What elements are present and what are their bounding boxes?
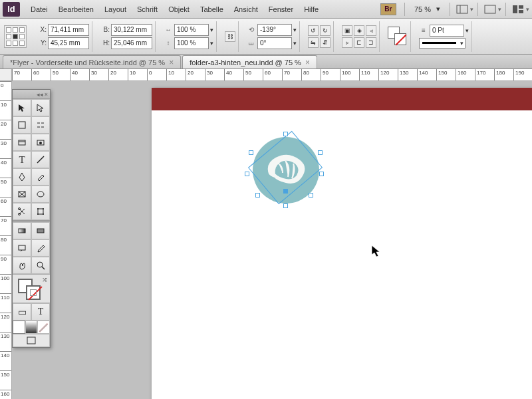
selection-handle[interactable] bbox=[245, 172, 249, 176]
select-container-icon[interactable]: ▣ bbox=[342, 25, 352, 36]
width-input[interactable]: 30,122 mm bbox=[111, 24, 152, 36]
menu-layout[interactable]: Layout bbox=[99, 3, 132, 16]
menu-file[interactable]: Datei bbox=[25, 3, 53, 16]
x-input[interactable]: 71,411 mm bbox=[48, 24, 89, 36]
selection-handle[interactable] bbox=[319, 172, 324, 176]
ruler-origin[interactable] bbox=[0, 69, 12, 81]
rotate-input[interactable]: -139° bbox=[257, 24, 292, 36]
reference-point-grid[interactable] bbox=[4, 25, 27, 48]
chevron-down-icon[interactable]: ▾ bbox=[293, 27, 297, 33]
app-logo: Id bbox=[3, 2, 20, 17]
scissors-tool[interactable] bbox=[13, 203, 31, 220]
menu-type[interactable]: Schrift bbox=[132, 3, 163, 16]
select-last-icon[interactable]: ⊐ bbox=[366, 37, 376, 48]
pencil-tool[interactable] bbox=[31, 168, 50, 186]
selection-handle[interactable] bbox=[318, 150, 323, 155]
menu-view[interactable]: Ansicht bbox=[229, 3, 263, 16]
selected-graphic[interactable] bbox=[253, 137, 319, 203]
close-icon[interactable]: × bbox=[305, 58, 310, 67]
line-tool[interactable] bbox=[31, 151, 50, 168]
close-icon[interactable]: × bbox=[45, 91, 48, 98]
scale-y-input[interactable]: 100 % bbox=[174, 37, 209, 49]
stroke-style-dropdown[interactable]: ▾ bbox=[419, 38, 466, 49]
selection-handle[interactable] bbox=[249, 150, 253, 155]
direct-selection-tool[interactable] bbox=[31, 99, 50, 116]
select-content-icon[interactable]: ◈ bbox=[354, 25, 364, 36]
zoom-tool[interactable] bbox=[31, 257, 50, 274]
canvas[interactable] bbox=[12, 81, 532, 399]
document-page[interactable] bbox=[152, 88, 532, 399]
bridge-button[interactable]: Br bbox=[380, 3, 396, 15]
view-options-icon[interactable] bbox=[455, 3, 469, 16]
shear-input[interactable]: 0° bbox=[257, 37, 292, 49]
gap-tool[interactable] bbox=[31, 116, 50, 134]
document-tab[interactable]: *Flyer - Vorderseite und Rückseite.indd … bbox=[3, 55, 181, 68]
height-input[interactable]: 25,046 mm bbox=[111, 37, 152, 49]
fill-stroke-swatch[interactable]: ⤭ bbox=[13, 274, 50, 303]
constrain-link-icon[interactable]: ⛓ bbox=[225, 31, 235, 42]
tab-label: folder-a3-hinten_neu.indd @ 75 % bbox=[190, 59, 301, 66]
rectangle-frame-tool[interactable] bbox=[13, 186, 31, 203]
screen-mode-icon[interactable] bbox=[483, 3, 497, 16]
formatting-text-icon[interactable]: T bbox=[31, 303, 50, 321]
chevron-down-icon[interactable]: ▾ bbox=[466, 27, 469, 34]
page-tool[interactable] bbox=[13, 116, 31, 134]
close-icon[interactable]: × bbox=[169, 58, 174, 67]
fill-stroke-group bbox=[385, 21, 411, 52]
selection-handle[interactable] bbox=[255, 193, 260, 198]
select-next-icon[interactable]: ▹ bbox=[342, 37, 352, 48]
tools-panel[interactable]: ◂◂ × T ⤭ bbox=[12, 89, 51, 348]
chevron-down-icon[interactable]: ▾ bbox=[210, 40, 213, 47]
menu-edit[interactable]: Bearbeiten bbox=[53, 3, 99, 16]
flip-v-icon[interactable]: ⇵ bbox=[320, 37, 331, 48]
menu-object[interactable]: Objekt bbox=[163, 3, 195, 16]
note-tool[interactable] bbox=[13, 239, 31, 257]
hand-tool[interactable] bbox=[13, 257, 31, 274]
stroke-weight-input[interactable]: 0 Pt bbox=[430, 25, 464, 37]
selection-tool[interactable] bbox=[13, 99, 31, 116]
svg-rect-17 bbox=[38, 209, 43, 214]
flip-h-icon[interactable]: ⇋ bbox=[308, 37, 319, 48]
content-placer-tool[interactable] bbox=[31, 134, 50, 151]
menu-window[interactable]: Fenster bbox=[263, 3, 299, 16]
ruler-tick: 90 bbox=[0, 255, 12, 262]
gradient-swatch-tool[interactable] bbox=[13, 222, 31, 239]
apply-none-icon[interactable] bbox=[37, 321, 50, 334]
horizontal-ruler[interactable]: 7060504030201001020304050607080901001101… bbox=[12, 69, 532, 81]
selection-handle[interactable] bbox=[283, 203, 288, 208]
vertical-ruler[interactable]: 0102030405060708090100110120130140150160 bbox=[0, 81, 12, 399]
formatting-container-icon[interactable]: ▭ bbox=[13, 303, 31, 321]
rotate-cw-icon[interactable]: ↻ bbox=[320, 25, 331, 36]
view-mode-icon[interactable] bbox=[13, 334, 50, 347]
stroke-swatch[interactable] bbox=[394, 33, 406, 45]
chevron-down-icon[interactable]: ▾ bbox=[293, 40, 297, 47]
menu-table[interactable]: Tabelle bbox=[195, 3, 229, 16]
free-transform-tool[interactable] bbox=[31, 203, 50, 220]
type-tool[interactable]: T bbox=[13, 151, 31, 168]
rotate-ccw-icon[interactable]: ↺ bbox=[308, 25, 319, 36]
chevron-down-icon[interactable]: ▾ bbox=[210, 27, 213, 33]
stroke-color[interactable] bbox=[26, 285, 41, 300]
content-collector-tool[interactable] bbox=[13, 134, 31, 151]
collapse-icon[interactable]: ◂◂ bbox=[37, 91, 43, 98]
scale-x-input[interactable]: 100 % bbox=[174, 24, 209, 36]
document-tab[interactable]: folder-a3-hinten_neu.indd @ 75 % × bbox=[182, 55, 317, 68]
select-first-icon[interactable]: ⊏ bbox=[354, 37, 364, 48]
pen-tool[interactable] bbox=[13, 168, 31, 186]
panel-header[interactable]: ◂◂ × bbox=[13, 90, 50, 99]
apply-color-icon[interactable] bbox=[13, 321, 25, 334]
zoom-dropdown[interactable]: 75 % ▾ bbox=[409, 5, 446, 13]
swap-fill-stroke-icon[interactable]: ⤭ bbox=[42, 276, 47, 283]
selection-center[interactable] bbox=[283, 189, 288, 194]
menu-help[interactable]: Hilfe bbox=[299, 3, 324, 16]
selection-handle[interactable] bbox=[309, 193, 313, 198]
y-input[interactable]: 45,25 mm bbox=[48, 37, 89, 49]
select-prev-icon[interactable]: ◃ bbox=[366, 25, 376, 36]
svg-point-20 bbox=[37, 213, 39, 215]
eyedropper-tool[interactable] bbox=[31, 239, 50, 257]
apply-gradient-icon[interactable] bbox=[25, 321, 38, 334]
ellipse-tool[interactable] bbox=[31, 186, 50, 203]
arrange-docs-icon[interactable] bbox=[511, 3, 525, 16]
gradient-feather-tool[interactable] bbox=[31, 222, 50, 239]
selection-handle[interactable] bbox=[283, 132, 288, 136]
